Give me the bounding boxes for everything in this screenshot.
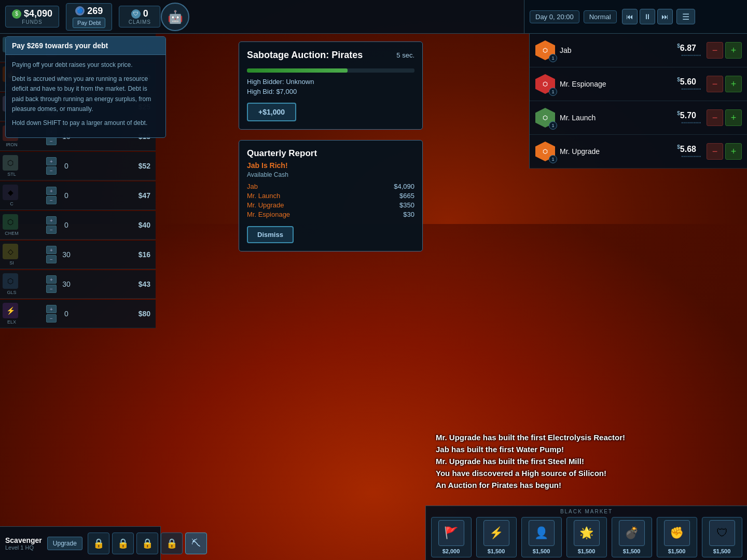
bm-item-1[interactable]: ⚡ $1,500 xyxy=(476,517,517,557)
res-decrement-iron[interactable]: − xyxy=(46,137,57,145)
quarterly-player-mr.-espionage: Mr. Espionage $30 xyxy=(247,211,414,218)
res-icon-chem: ⬡ xyxy=(3,214,18,230)
player-hex-number-3: 1 xyxy=(549,155,557,163)
res-count-chem: 0 xyxy=(59,221,74,229)
stock-price-2: $5.70 xyxy=(677,110,696,120)
bottom-icon-2[interactable]: 🔒 xyxy=(136,533,158,554)
stock-plus-btn-2[interactable]: + xyxy=(725,109,742,126)
res-stepper-stl[interactable]: + − xyxy=(46,157,57,175)
res-increment-si[interactable]: + xyxy=(46,246,57,254)
stock-price-dots-3: ▪▪▪▪▪▪▪▪▪▪ xyxy=(677,154,701,159)
res-stepper-si[interactable]: + − xyxy=(46,245,57,264)
quarterly-players-list: Jab $4,090 Mr. Launch $665 Mr. Upgrade $… xyxy=(247,183,414,218)
bm-price-3: $1,500 xyxy=(578,548,596,554)
stock-price-wrap-0: $6.87 ▪▪▪▪▪▪▪▪▪▪ xyxy=(677,43,701,58)
resource-row-gls: ⬡ GLS + − 30 $43 xyxy=(0,270,156,299)
fast-forward-button[interactable]: ⏭ xyxy=(657,9,673,24)
bm-item-5[interactable]: ✊ $1,500 xyxy=(657,517,697,557)
res-decrement-stl[interactable]: − xyxy=(46,166,57,175)
speed-display: Normal xyxy=(584,10,617,23)
bm-item-4[interactable]: 💣 $1,500 xyxy=(612,517,652,557)
res-icon-c: ◆ xyxy=(3,185,18,200)
res-label-si: SI xyxy=(9,260,14,265)
res-icon-elx: ⚡ xyxy=(3,303,18,318)
res-icon-wrap-elx: ⚡ ELX xyxy=(3,303,21,325)
high-bid-info: High Bid: $7,000 xyxy=(247,88,414,95)
quarterly-report-panel: Quarterly Report Jab Is Rich! Available … xyxy=(239,140,423,251)
res-label-gls: GLS xyxy=(7,290,16,295)
debt-line3: Hold down SHIFT to pay a larger amount o… xyxy=(12,118,159,128)
player-name-1: Mr. Espionage xyxy=(560,80,677,88)
res-stepper-chem[interactable]: + − xyxy=(46,216,57,234)
funds-label: FUNDS xyxy=(22,19,42,25)
player-hex-number-0: 1 xyxy=(549,54,557,62)
stock-plus-btn-0[interactable]: + xyxy=(725,42,742,59)
black-market-items: 🚩 $2,000 ⚡ $1,500 👤 $1,500 🌟 $1,500 💣 $1… xyxy=(428,517,744,557)
player-name-3: Mr. Upgrade xyxy=(560,147,677,156)
bm-item-3[interactable]: 🌟 $1,500 xyxy=(566,517,607,557)
resource-row-c: ◆ C + − 0 $47 xyxy=(0,181,156,210)
player-hex-3: ⬡ 1 xyxy=(535,141,556,162)
high-bidder-info: High Bidder: Unknown xyxy=(247,78,414,86)
stock-row-jab: ⬡ 1 Jab $6.87 ▪▪▪▪▪▪▪▪▪▪ − + xyxy=(530,34,747,67)
res-decrement-chem[interactable]: − xyxy=(46,226,57,234)
quarterly-player-mr.-upgrade: Mr. Upgrade $350 xyxy=(247,201,414,209)
res-increment-chem[interactable]: + xyxy=(46,216,57,225)
menu-button[interactable]: ☰ xyxy=(676,9,695,24)
bottom-icon-0[interactable]: 🔒 xyxy=(88,533,109,554)
bm-icon-0: 🚩 xyxy=(438,520,464,546)
bm-item-6[interactable]: 🛡 $1,500 xyxy=(702,517,742,557)
resource-row-stl: ⬡ STL + − 0 $52 xyxy=(0,152,156,180)
dismiss-button[interactable]: Dismiss xyxy=(247,226,294,243)
quarterly-player-amount: $30 xyxy=(403,211,414,218)
quarterly-player-amount: $350 xyxy=(399,201,414,209)
bottom-bar: Scavenger Level 1 HQ Upgrade 🔒🔒🔒🔒⛏ xyxy=(0,526,161,560)
upgrade-button[interactable]: Upgrade xyxy=(47,537,82,550)
rewind-button[interactable]: ⏮ xyxy=(622,9,638,24)
bottom-icon-4[interactable]: ⛏ xyxy=(185,533,207,554)
res-increment-c[interactable]: + xyxy=(46,187,57,195)
stock-row-mr.-launch: ⬡ 1 Mr. Launch $5.70 ▪▪▪▪▪▪▪▪▪▪ − + xyxy=(530,101,747,135)
res-increment-elx[interactable]: + xyxy=(46,305,57,313)
bm-item-0[interactable]: 🚩 $2,000 xyxy=(431,517,472,557)
pay-debt-button[interactable]: Pay Debt xyxy=(73,18,105,28)
bm-icon-4: 💣 xyxy=(619,520,645,546)
stock-plus-btn-3[interactable]: + xyxy=(725,143,742,160)
stock-minus-btn-2[interactable]: − xyxy=(707,109,723,126)
stock-minus-btn-0[interactable]: − xyxy=(707,42,723,59)
res-count-stl: 0 xyxy=(59,162,74,170)
stock-minus-btn-3[interactable]: − xyxy=(707,143,723,160)
res-label-iron: IRON xyxy=(6,142,18,147)
bm-price-5: $1,500 xyxy=(668,548,686,554)
res-increment-stl[interactable]: + xyxy=(46,157,57,165)
bm-price-6: $1,500 xyxy=(713,548,731,554)
quarterly-player-name: Mr. Upgrade xyxy=(247,201,284,209)
res-label-c: C xyxy=(10,201,13,206)
res-stepper-gls[interactable]: + − xyxy=(46,275,57,293)
black-market-title: BLACK MARKET xyxy=(428,509,744,514)
res-decrement-elx[interactable]: − xyxy=(46,314,57,323)
bottom-icon-3[interactable]: 🔒 xyxy=(161,533,183,554)
res-count-c: 0 xyxy=(59,191,74,200)
bm-item-2[interactable]: 👤 $1,500 xyxy=(521,517,562,557)
auction-progress-fill xyxy=(247,68,348,73)
res-decrement-si[interactable]: − xyxy=(46,255,57,263)
player-avatar-top[interactable]: 🤖 xyxy=(161,3,189,31)
res-stepper-elx[interactable]: + − xyxy=(46,304,57,323)
stock-price-0: $6.87 xyxy=(677,43,696,53)
stock-plus-btn-1[interactable]: + xyxy=(725,76,742,92)
bid-button[interactable]: +$1,000 xyxy=(247,103,296,121)
res-count-si: 30 xyxy=(59,250,74,259)
stock-minus-btn-1[interactable]: − xyxy=(707,76,723,92)
funds-display: $ $4,090 FUNDS xyxy=(5,6,59,27)
res-stepper-c[interactable]: + − xyxy=(46,186,57,205)
bottom-icon-1[interactable]: 🔒 xyxy=(112,533,134,554)
res-increment-gls[interactable]: + xyxy=(46,275,57,284)
quarterly-player-amount: $4,090 xyxy=(394,183,414,190)
res-decrement-gls[interactable]: − xyxy=(46,285,57,293)
pause-button[interactable]: ⏸ xyxy=(640,9,655,24)
debt-tooltip: Pay $269 towards your debt Paying off yo… xyxy=(5,36,166,138)
bm-price-4: $1,500 xyxy=(623,548,641,554)
sabotage-auction-panel: Sabotage Auction: Pirates 5 sec. High Bi… xyxy=(239,41,423,130)
res-decrement-c[interactable]: − xyxy=(46,196,57,204)
